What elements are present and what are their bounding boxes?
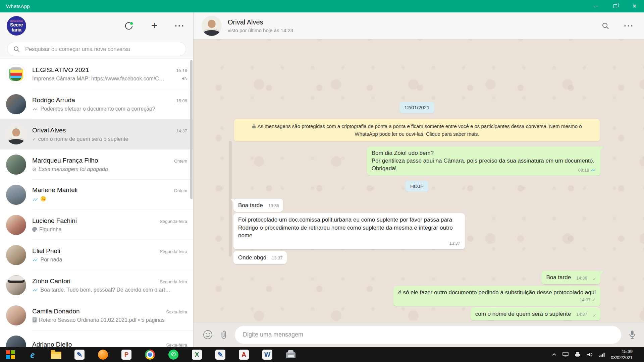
message-in[interactable]: Onde.obgd 13:37 <box>233 251 287 264</box>
chat-list-item-rodrigo[interactable]: Rodrigo Arruda15:08 ✓✓Podemos efetuar o … <box>0 89 193 119</box>
printer-icon <box>286 352 296 358</box>
message-text: Onde.obgd <box>238 254 266 261</box>
profile-logo-line2: taria <box>11 27 21 32</box>
chat-time: 15:18 <box>176 68 187 73</box>
chat-name: Luciene Fachini <box>32 217 156 225</box>
chat-list-item-luciene[interactable]: Luciene FachiniSegunda-feira Figurinha <box>0 210 193 240</box>
chat-search-icon[interactable] <box>602 22 609 29</box>
message-out[interactable]: Bom dia Zóio! udo bem? Por gentileza pas… <box>367 146 600 176</box>
system-tray: 15:39 03/02/2021 <box>552 349 644 360</box>
restore-button[interactable] <box>606 0 625 12</box>
message-out[interactable]: com o nome de quem será o suplente 14:37… <box>471 307 600 320</box>
taskbar-file-explorer[interactable] <box>44 347 68 362</box>
emoji-icon[interactable] <box>203 330 213 340</box>
chat-time: Ontem <box>174 188 187 193</box>
tray-printer-icon[interactable] <box>575 352 581 357</box>
chat-header[interactable]: Orival Alves visto por último hoje às 14… <box>194 12 644 39</box>
minimize-button[interactable] <box>587 0 606 12</box>
chat-list-item-zinho[interactable]: Zinho CantoriSegunda-feira ✓✓Boa tarde. … <box>0 270 193 300</box>
search-band <box>0 39 193 59</box>
contact-last-seen: visto por último hoje às 14:23 <box>228 27 293 33</box>
taskbar-powerpoint[interactable]: P <box>115 347 138 362</box>
chat-name: Camila Donadon <box>32 308 162 315</box>
taskbar-chrome[interactable] <box>138 347 162 362</box>
tray-display-icon[interactable] <box>562 352 569 357</box>
taskbar-excel[interactable]: X <box>185 347 209 362</box>
taskbar-whatsapp[interactable]: ✆ <box>162 347 185 362</box>
message-time: 13:37 <box>272 255 283 261</box>
message-in[interactable]: Foi protocolado um doc.comissa polit.urb… <box>233 213 465 249</box>
message-text: Boa tarde <box>238 201 263 209</box>
chat-preview: Boa tarde. Tudo bem, pessoal? De acordo … <box>40 287 170 293</box>
menu-icon[interactable]: ··· <box>175 21 184 31</box>
message-in[interactable]: Boa tarde 13:35 <box>233 199 283 212</box>
message-text: Bom dia Zóio! udo bem? <box>372 149 594 157</box>
status-icon[interactable] <box>124 21 133 31</box>
contact-avatar[interactable] <box>202 16 222 36</box>
message-out[interactable]: é só ele fazer outro documento pedindo a… <box>393 286 600 306</box>
chat-list-item-adriano[interactable]: Adriano DielloSexta-feira <box>0 330 193 347</box>
sidebar-actions: + ··· <box>124 21 184 31</box>
attachment-icon[interactable] <box>219 330 228 340</box>
search-input[interactable] <box>25 46 182 52</box>
taskbar-word[interactable]: W <box>256 347 279 362</box>
search-box[interactable] <box>7 42 186 56</box>
tray-chevron-up-icon[interactable] <box>552 353 556 356</box>
start-button[interactable] <box>0 347 21 362</box>
chat-name: Zinho Cantori <box>32 278 156 285</box>
chat-list-item-mardqueu[interactable]: Mardqueu França FilhoOntem ⊘Essa mensage… <box>0 149 193 180</box>
chat-preview: Por nada <box>40 257 62 263</box>
encryption-notice[interactable]: As mensagens são protegidas com a cripto… <box>234 119 600 141</box>
chat-preview: Imprensa Câmara MAP: https://www.faceboo… <box>32 76 164 82</box>
message-input-box[interactable] <box>235 326 621 344</box>
acrobat-icon: A <box>239 350 249 360</box>
message-out[interactable]: Boa tarde 14:36 ✓ <box>541 271 600 284</box>
taskbar-acrobat[interactable]: A <box>232 347 256 362</box>
new-chat-icon[interactable]: + <box>150 21 159 31</box>
chat-name: Mardqueu França Filho <box>32 157 170 164</box>
chat-name: Eliel Prioli <box>32 247 156 255</box>
sidebar-scrollbar[interactable] <box>190 60 193 199</box>
chat-time: 14:37 <box>176 128 187 133</box>
pen-icon: ✎ <box>215 350 225 360</box>
double-tick-blue-icon: ✓✓ <box>590 168 596 173</box>
chat-header-actions: ··· <box>602 21 634 31</box>
taskbar: e ✎ P ✆ X ✎ A W <box>0 347 644 362</box>
taskbar-clock[interactable]: 15:39 03/02/2021 <box>611 349 633 360</box>
chat-list-item-marlene[interactable]: Marlene ManteliOntem ✓✓ <box>0 180 193 210</box>
profile-avatar[interactable]: câmara map Secre taria <box>7 16 26 36</box>
taskbar-writer-app[interactable]: ✎ <box>209 347 232 362</box>
chat-list-item-camila[interactable]: Camila DonadonSexta-feira Roteiro Sessao… <box>0 300 193 330</box>
message-input[interactable] <box>243 331 613 338</box>
chat-list-item-eliel[interactable]: Eliel PrioliSegunda-feira ✓✓Por nada <box>0 240 193 270</box>
taskbar-notes-app[interactable]: ✎ <box>68 347 91 362</box>
profile-logo-line1: Secre <box>10 22 23 27</box>
lock-icon <box>252 124 256 129</box>
avatar <box>6 124 26 144</box>
close-icon: ✕ <box>632 4 637 9</box>
chat-time: Segunda-feira <box>160 249 187 254</box>
double-tick-blue-icon: ✓✓ <box>32 288 38 292</box>
orange-app-icon <box>98 350 108 360</box>
date-chip-today: HOJE <box>406 181 428 192</box>
encryption-notice-text: As mensagens são protegidas com a cripto… <box>257 123 582 137</box>
chat-list-item-legislativo[interactable]: LEGISLATIVO 202115:18 Imprensa Câmara MA… <box>0 59 193 89</box>
chat-list-item-orival-selected[interactable]: Orival Alves14:37 ✓com o nome de quem se… <box>0 119 193 149</box>
restore-icon <box>613 4 617 8</box>
clock-date: 03/02/2021 <box>611 355 633 361</box>
chat-menu-icon[interactable]: ··· <box>624 21 634 31</box>
chrome-icon <box>145 350 155 360</box>
ie-icon: e <box>30 350 35 360</box>
pen-icon: ✎ <box>74 350 85 360</box>
taskbar-printer-app[interactable] <box>279 347 303 362</box>
screen: WhatsApp ✕ câmara map Secre taria + <box>0 0 644 362</box>
taskbar-orange-app[interactable] <box>91 347 115 362</box>
taskbar-internet-explorer[interactable]: e <box>21 347 44 362</box>
titlebar: WhatsApp ✕ <box>0 0 644 12</box>
tray-volume-icon[interactable] <box>587 352 593 357</box>
chat-time: 15:08 <box>176 98 187 103</box>
microphone-icon[interactable] <box>628 330 637 340</box>
close-button[interactable]: ✕ <box>625 0 644 12</box>
tray-network-icon[interactable] <box>599 352 605 357</box>
avatar <box>6 275 26 295</box>
